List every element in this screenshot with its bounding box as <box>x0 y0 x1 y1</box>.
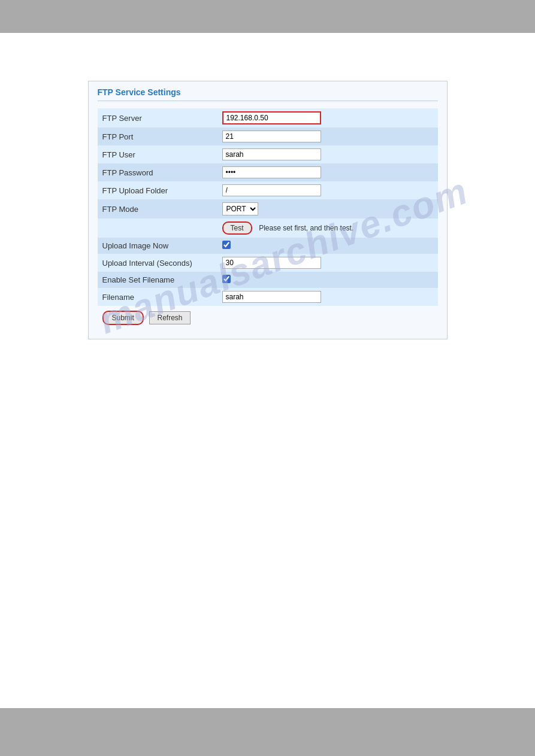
ftp-upload-folder-cell <box>217 181 438 199</box>
test-button-cell: Test Please set first, and then test. <box>217 218 438 238</box>
ftp-port-input[interactable] <box>222 130 321 142</box>
ftp-password-cell <box>217 163 438 181</box>
table-row: FTP Mode PORT PASV <box>98 199 438 218</box>
enable-set-filename-checkbox[interactable] <box>222 275 231 283</box>
table-row: FTP Server <box>98 108 438 127</box>
enable-set-filename-label: Enable Set Filename <box>98 272 217 288</box>
refresh-button[interactable]: Refresh <box>149 311 190 324</box>
ftp-password-input[interactable] <box>222 166 321 178</box>
table-row: Enable Set Filename <box>98 272 438 288</box>
filename-input[interactable] <box>222 291 321 303</box>
ftp-server-cell <box>217 108 438 127</box>
filename-label: Filename <box>98 288 217 306</box>
ftp-mode-label: FTP Mode <box>98 199 217 218</box>
top-bar <box>0 0 535 33</box>
ftp-mode-cell: PORT PASV <box>217 199 438 218</box>
table-row: Upload Image Now <box>98 238 438 254</box>
table-row: Filename <box>98 288 438 306</box>
ftp-port-label: FTP Port <box>98 127 217 145</box>
bottom-bar <box>0 708 535 756</box>
table-row: FTP Upload Folder <box>98 181 438 199</box>
ftp-password-label: FTP Password <box>98 163 217 181</box>
table-row: FTP Port <box>98 127 438 145</box>
ftp-user-input[interactable] <box>222 148 321 160</box>
submit-button[interactable]: Submit <box>102 311 144 325</box>
upload-interval-input[interactable] <box>222 257 321 269</box>
submit-row: Submit Refresh <box>98 306 438 330</box>
ftp-upload-folder-input[interactable] <box>222 184 321 196</box>
ftp-upload-folder-label: FTP Upload Folder <box>98 181 217 199</box>
enable-set-filename-cell <box>217 272 438 288</box>
ftp-settings-panel: FTP Service Settings FTP Server FTP Port <box>88 81 448 339</box>
test-hint: Please set first, and then test. <box>259 224 353 232</box>
upload-image-now-checkbox[interactable] <box>222 241 231 249</box>
upload-interval-cell <box>217 254 438 272</box>
test-button[interactable]: Test <box>222 221 252 235</box>
form-table: FTP Server FTP Port FTP User <box>98 108 438 306</box>
filename-cell <box>217 288 438 306</box>
test-label-empty <box>98 218 217 238</box>
table-row: FTP User <box>98 145 438 163</box>
test-row: Test Please set first, and then test. <box>98 218 438 238</box>
upload-image-now-label: Upload Image Now <box>98 238 217 254</box>
ftp-port-cell <box>217 127 438 145</box>
table-row: FTP Password <box>98 163 438 181</box>
ftp-server-label: FTP Server <box>98 108 217 127</box>
ftp-mode-select[interactable]: PORT PASV <box>222 202 258 215</box>
table-row: Upload Interval (Seconds) <box>98 254 438 272</box>
ftp-user-cell <box>217 145 438 163</box>
ftp-user-label: FTP User <box>98 145 217 163</box>
ftp-server-input[interactable] <box>222 111 321 125</box>
upload-interval-label: Upload Interval (Seconds) <box>98 254 217 272</box>
panel-title: FTP Service Settings <box>98 87 438 101</box>
upload-image-now-cell <box>217 238 438 254</box>
